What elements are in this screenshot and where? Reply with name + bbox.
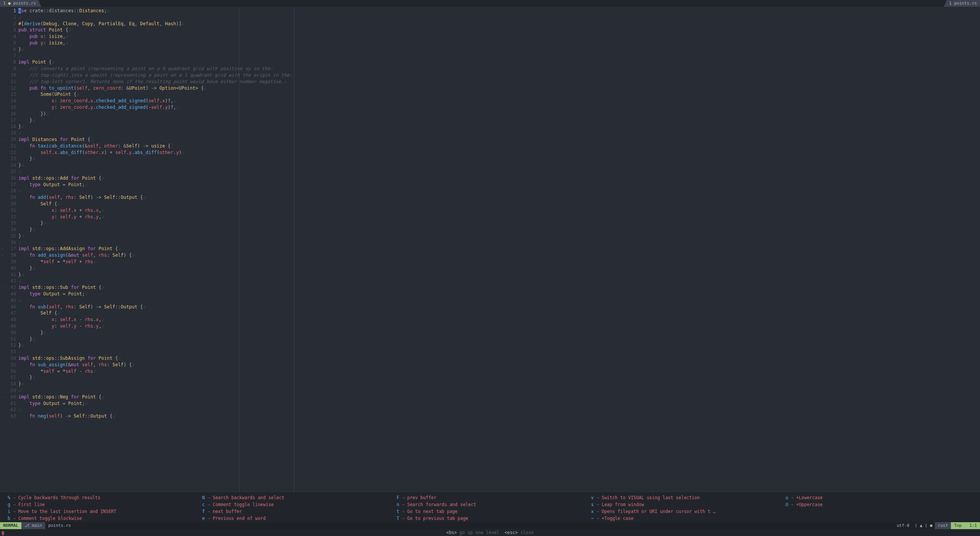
fold-marker [0,149,5,156]
tab-active[interactable]: 1 ● points.rs [0,0,41,7]
code-line[interactable]: impl std::ops::AddAssign for Point {↲ [18,246,980,252]
code-content[interactable]: use crate::distances::Distances;↲↲#[deri… [18,7,980,493]
code-line[interactable]: ↲ [18,169,980,175]
code-line[interactable]: }↲ [18,265,980,272]
code-line[interactable]: }↲ [18,162,980,169]
code-line[interactable]: impl Point {↲ [18,59,980,66]
code-line[interactable]: impl std::ops::Neg for Point {↲ [18,394,980,400]
code-line[interactable]: x: zero_coord.x.checked_add_signed(self.… [18,98,980,104]
line-number: 55 [5,362,16,368]
code-line[interactable]: ↲ [18,297,980,304]
line-number: 35 [5,233,16,239]
code-line[interactable]: use crate::distances::Distances;↲ [18,8,980,14]
code-line[interactable]: type Output = Point;↲ [18,182,980,188]
code-line[interactable]: }↲ [18,123,980,130]
code-line[interactable]: }↲ [18,329,980,336]
code-line[interactable]: }↲ [18,226,980,233]
fold-marker [0,169,5,175]
fold-marker [0,278,5,284]
code-line[interactable]: /// top-left corner). Returns none if th… [18,79,980,85]
code-line[interactable]: fn add_assign(&mut self, rhs: Self) {↲ [18,252,980,259]
code-line[interactable]: y: self.y - rhs.y,↲ [18,323,980,329]
code-line[interactable]: y: zero_coord.y.checked_add_signed(-self… [18,104,980,111]
code-line[interactable]: x: self.x + rhs.x,↲ [18,207,980,214]
code-line[interactable]: type Output = Point;↲ [18,291,980,297]
code-line[interactable]: ↲ [18,130,980,136]
code-line[interactable]: #[derive(Debug, Clone, Copy, PartialEq, … [18,21,980,27]
code-line[interactable]: *self = *self - rhs↲ [18,368,980,375]
fold-marker [0,272,5,278]
code-line[interactable]: }↲ [18,342,980,349]
code-line[interactable]: }↲ [18,336,980,343]
code-line[interactable]: ↲ [18,349,980,355]
code-line[interactable]: x: self.x - rhs.x,↲ [18,316,980,323]
fold-marker [0,349,5,355]
fold-marker[interactable]: - [0,355,5,362]
code-line[interactable]: self.x.abs_diff(other.x) + self.y.abs_di… [18,149,980,156]
code-line[interactable]: }↲ [18,374,980,381]
code-line[interactable]: ↲ [18,278,980,284]
code-line[interactable]: ↲ [18,387,980,394]
fold-marker[interactable]: - [0,59,5,66]
line-number: 8 [5,59,16,66]
code-line[interactable]: Self {↲ [18,310,980,316]
code-line[interactable]: type Output = Point;↲ [18,400,980,407]
fold-marker[interactable]: - [0,175,5,182]
code-line[interactable]: fn neg(self) -> Self::Output {↲ [18,413,980,420]
fold-marker[interactable]: - [0,394,5,400]
line-number: 6 [5,46,16,53]
fold-marker [0,316,5,323]
code-line[interactable]: }↲ [18,220,980,226]
code-line[interactable]: fn sub(self, rhs: Self) -> Self::Output … [18,304,980,310]
code-line[interactable]: fn add(self, rhs: Self) -> Self::Output … [18,194,980,201]
line-number: 10 [5,72,16,79]
code-line[interactable]: ↲ [18,14,980,21]
code-line[interactable]: pub y: isize,↲ [18,40,980,46]
line-number: 24 [5,162,16,169]
code-line[interactable]: Self {↲ [18,201,980,207]
fold-marker[interactable]: - [0,21,5,27]
help-item: T → Go to previous tab page [397,515,583,521]
code-line[interactable]: impl std::ops::SubAssign for Point {↲ [18,355,980,362]
fold-marker[interactable]: - [0,362,5,368]
code-line[interactable]: }↲ [18,233,980,239]
fold-marker [0,259,5,265]
code-line[interactable]: impl std::ops::Add for Point {↲ [18,175,980,182]
fold-marker[interactable]: - [0,143,5,149]
code-line[interactable]: }↲ [18,156,980,162]
code-line[interactable]: }↲ [18,46,980,53]
fold-marker[interactable]: - [0,246,5,252]
help-item: n → Search forwards and select [397,502,583,508]
code-line[interactable]: /// top-right) into a upoint (representi… [18,72,980,79]
fold-marker [0,188,5,194]
code-line[interactable]: }↲ [18,381,980,387]
code-line[interactable]: })↲ [18,111,980,117]
code-line[interactable]: ↲ [18,407,980,413]
code-line[interactable]: pub x: isize,↲ [18,33,980,40]
code-line[interactable]: fn sub_assign(&mut self, rhs: Self) {↲ [18,362,980,368]
code-line[interactable]: impl std::ops::Sub for Point {↲ [18,284,980,291]
code-line[interactable]: y: self.y + rhs.y,↲ [18,214,980,220]
fold-marker[interactable]: - [0,304,5,310]
code-line[interactable]: ↲ [18,188,980,194]
code-line[interactable]: fn taxicab_distance(&self, other: &Self)… [18,143,980,149]
code-line[interactable]: }↲ [18,117,980,124]
editor[interactable]: -------------- 1123456789101112131415161… [0,7,980,493]
code-line[interactable]: pub fn to_upoint(self, zero_coord: &UPoi… [18,85,980,92]
command-bar[interactable]: g <bs> go up one level <esc> close [0,529,980,536]
code-line[interactable]: ↲ [18,239,980,246]
fold-marker [0,297,5,304]
code-line[interactable]: /// converts a point (representing a poi… [18,66,980,72]
fold-marker[interactable]: - [0,284,5,291]
fold-marker[interactable]: - [0,85,5,92]
code-line[interactable]: *self = *self + rhs↲ [18,259,980,265]
code-line[interactable]: ↲ [18,53,980,59]
fold-marker[interactable]: - [0,194,5,201]
code-line[interactable]: impl Distances for Point {↲ [18,136,980,143]
fold-marker[interactable]: - [0,136,5,143]
code-line[interactable]: }↲ [18,272,980,278]
fold-marker[interactable]: - [0,252,5,259]
code-line[interactable]: pub struct Point {↲ [18,27,980,33]
code-line[interactable]: Some(UPoint {↲ [18,91,980,98]
fold-gutter[interactable]: -------------- [0,7,5,493]
